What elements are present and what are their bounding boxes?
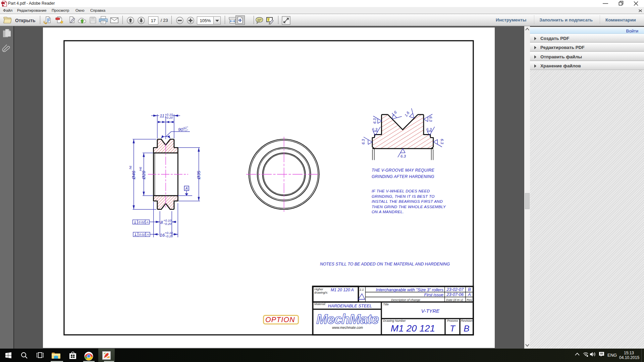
svg-text:0.02: 0.02 (139, 220, 145, 224)
svg-text:6.3: 6.3 (372, 127, 378, 131)
svg-text:INSTALL THE BEARINGS FIRST AND: INSTALL THE BEARINGS FIRST AND (372, 199, 443, 204)
svg-text:6.3: 6.3 (426, 127, 432, 131)
svg-text:6.3: 6.3 (373, 118, 377, 124)
svg-text:8: 8 (160, 220, 163, 225)
svg-text:Interchangeable with "Size 3": Interchangeable with "Size 3" rollers (376, 288, 444, 292)
svg-text:−0.20: −0.20 (165, 234, 173, 238)
svg-text:Ø35: Ø35 (196, 171, 201, 180)
svg-text:THEN GRIND THE WHOLE ASSEMBLY: THEN GRIND THE WHOLE ASSEMBLY (372, 204, 446, 209)
svg-text:B: B (468, 287, 471, 292)
svg-text:M1 20 120 A: M1 20 120 A (331, 288, 354, 292)
svg-text:NOTES STILL TO BE ADDED ON THE: NOTES STILL TO BE ADDED ON THE MATERIAL … (320, 262, 450, 266)
svg-text:6.3: 6.3 (361, 139, 365, 144)
svg-text:Process: Process (447, 319, 458, 322)
svg-text:M1 20 121: M1 20 121 (391, 323, 435, 334)
svg-text:A: A (185, 186, 188, 190)
svg-text:23-07-06: 23-07-06 (446, 292, 464, 297)
svg-text:MechMate: MechMate (316, 312, 379, 326)
svg-text:Title: Title (383, 303, 389, 306)
svg-text:H6: H6 (139, 167, 142, 171)
svg-text:GRINDING, THEN IT IS BEST TO: GRINDING, THEN IT IS BEST TO (372, 194, 435, 199)
svg-text:23-02-07: 23-02-07 (446, 287, 464, 292)
svg-text:11: 11 (160, 113, 164, 118)
svg-text:IF THE V-WHEEL DOES NEED: IF THE V-WHEEL DOES NEED (372, 189, 430, 193)
svg-text:THE V-GROOVE MAY REQUIRE: THE V-GROOVE MAY REQUIRE (372, 168, 435, 173)
svg-text:HARDENABLE STEEL: HARDENABLE STEEL (328, 303, 372, 308)
svg-text:6.3: 6.3 (400, 154, 406, 158)
svg-text:A: A (468, 292, 471, 297)
svg-text:Rev.: Rev. (467, 298, 473, 302)
svg-text:Ø46: Ø46 (131, 171, 136, 180)
svg-text:T: T (450, 323, 456, 334)
svg-text:Ø28: Ø28 (141, 171, 146, 180)
svg-text:Higher: Higher (314, 288, 324, 291)
svg-text:−0.20: −0.20 (163, 222, 172, 226)
svg-text:Date (d-m-y): Date (d-m-y) (446, 298, 463, 302)
svg-text:drawing/s:: drawing/s: (314, 291, 328, 294)
svg-text:ON A MANDREL.: ON A MANDREL. (372, 209, 404, 214)
svg-text:0.02: 0.02 (139, 233, 145, 236)
svg-text:6.3: 6.3 (429, 116, 433, 122)
svg-text:First issue: First issue (424, 293, 443, 297)
svg-text:OPTION: OPTION (265, 316, 295, 324)
svg-text:Material:: Material: (314, 302, 326, 306)
svg-text:−0.20: −0.20 (165, 116, 173, 119)
svg-text:16: 16 (160, 233, 165, 238)
svg-text:Description of change: Description of change (391, 298, 420, 302)
svg-text:B: B (464, 323, 469, 334)
svg-text:6.3: 6.3 (440, 139, 444, 144)
svg-text:h6: h6 (128, 166, 132, 169)
svg-text:A: A (146, 233, 149, 236)
svg-text:T: T (268, 18, 270, 21)
svg-text:Drawing Number: Drawing Number (383, 319, 406, 322)
svg-text:A: A (146, 220, 148, 224)
svg-text:GRINDING AFTER HARDENING: GRINDING AFTER HARDENING (372, 174, 434, 179)
svg-text:1:1: 1:1 (360, 288, 364, 291)
svg-text:www.mechmate.com: www.mechmate.com (332, 326, 363, 329)
svg-text:V-TYRE: V-TYRE (421, 308, 440, 314)
svg-text:−1°: −1° (183, 129, 188, 132)
svg-text:Revision: Revision (461, 319, 473, 322)
